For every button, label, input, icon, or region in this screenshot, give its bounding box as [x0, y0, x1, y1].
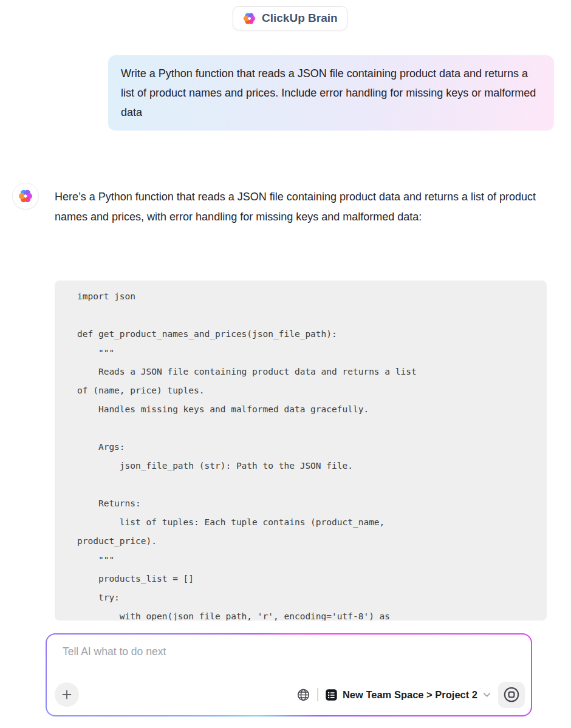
assistant-avatar — [12, 183, 39, 209]
chevron-down-icon — [482, 690, 491, 699]
composer-actions: New Team Space > Project 2 — [296, 681, 525, 708]
location-label: New Team Space > Project 2 — [343, 689, 477, 701]
code-content: import json def get_product_names_and_pr… — [55, 281, 547, 621]
add-attachment-button[interactable] — [55, 682, 79, 707]
clickup-brain-label: ClickUp Brain — [262, 12, 338, 25]
plus-icon — [61, 689, 73, 701]
code-block: import json def get_product_names_and_pr… — [55, 281, 547, 621]
list-view-icon — [325, 689, 338, 701]
composer-input[interactable] — [63, 645, 512, 677]
user-message-bubble: Write a Python function that reads a JSO… — [108, 55, 554, 131]
user-message-text: Write a Python function that reads a JSO… — [121, 67, 536, 118]
globe-icon — [296, 688, 310, 702]
web-search-button[interactable] — [296, 688, 310, 702]
composer: New Team Space > Project 2 — [46, 633, 532, 716]
stop-icon — [503, 686, 520, 703]
location-picker[interactable]: New Team Space > Project 2 — [325, 689, 491, 701]
clickup-brain-icon — [242, 12, 256, 26]
composer-inner: New Team Space > Project 2 — [47, 634, 531, 715]
stop-generating-button[interactable] — [498, 682, 525, 708]
divider — [317, 688, 318, 701]
assistant-intro-text: Here’s a Python function that reads a JS… — [55, 187, 541, 227]
clickup-brain-badge[interactable]: ClickUp Brain — [233, 6, 347, 30]
clickup-brain-icon — [18, 188, 33, 204]
